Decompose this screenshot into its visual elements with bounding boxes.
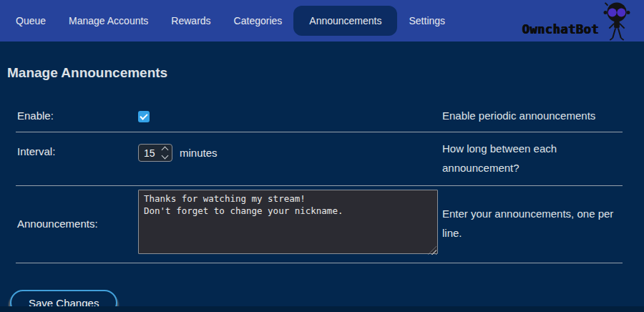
announcements-help-text: Enter your announcements, one per line. — [442, 204, 623, 243]
enable-label: Enable: — [16, 109, 138, 122]
enable-help-text: Enable periodic announcements — [442, 106, 623, 125]
interval-value: 15 — [139, 147, 162, 159]
checkmark-icon — [140, 112, 147, 120]
logo-wordmark: OwnchatBot — [522, 22, 599, 36]
interval-spinner[interactable] — [162, 147, 172, 158]
interval-help-text: How long between each announcement? — [442, 139, 623, 177]
announcements-textarea[interactable]: Thanks for watching my stream! Don't for… — [138, 190, 438, 254]
robot-mascot-icon — [600, 1, 634, 41]
form-row-interval: Interval: 15 minutes How long between ea… — [16, 132, 623, 186]
nav-item-rewards[interactable]: Rewards — [160, 0, 222, 42]
interval-label: Interval: — [16, 139, 138, 177]
page-title: Manage Announcements — [7, 65, 644, 81]
interval-unit-label: minutes — [180, 147, 218, 159]
nav-item-queue[interactable]: Queue — [4, 0, 57, 42]
form-row-enable: Enable: Enable periodic announcements — [16, 101, 623, 132]
nav-item-categories[interactable]: Categories — [223, 0, 294, 42]
top-navbar: Queue Manage Accounts Rewards Categories… — [0, 0, 644, 42]
nav-item-announcements-active[interactable]: Announcements — [293, 6, 397, 36]
form-row-announcements: Announcements: Thanks for watching my st… — [16, 186, 623, 263]
bottom-edge-strip — [0, 306, 644, 312]
nav-item-manage-accounts[interactable]: Manage Accounts — [57, 0, 160, 42]
enable-checkbox[interactable] — [138, 111, 150, 122]
announcements-label: Announcements: — [16, 218, 138, 230]
ownchatbot-logo: OwnchatBot — [522, 1, 634, 41]
nav-item-settings[interactable]: Settings — [397, 0, 457, 42]
chevron-down-icon[interactable] — [162, 152, 169, 160]
announcements-form: Enable: Enable periodic announcements In… — [16, 101, 623, 263]
interval-input[interactable]: 15 — [138, 144, 172, 162]
